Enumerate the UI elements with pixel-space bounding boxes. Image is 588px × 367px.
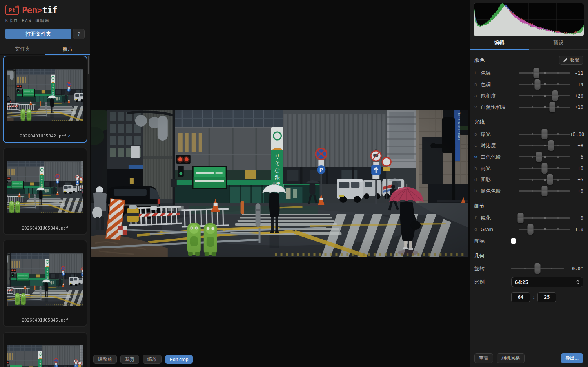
thumbnail-image [7, 345, 83, 367]
slider-track[interactable] [519, 79, 570, 90]
slider-track[interactable] [519, 101, 570, 113]
sidebar-tabs: 文件夹 照片 [0, 44, 90, 55]
logo-atomic-number: 78 [15, 5, 18, 8]
section-geometry-header: 几何 [474, 251, 583, 262]
slider-value: +20 [570, 93, 583, 99]
slider-track[interactable] [519, 151, 570, 163]
thumbnail-image [7, 69, 83, 121]
slider-shortcut: w [474, 154, 481, 159]
slider-value: -6 [570, 154, 583, 160]
slider-handle[interactable] [536, 152, 542, 162]
ratio-width-input[interactable] [511, 292, 530, 302]
app-title-red: Pen> [22, 5, 42, 15]
slider-shadows: d 阴影 +5 [474, 174, 583, 185]
slider-handle[interactable] [547, 174, 553, 185]
aspect-ratio-row: 比例 64:25 [474, 277, 583, 287]
tab-photos[interactable]: 照片 [45, 44, 90, 54]
slider-exposure: p 曝光 +0.00 [474, 128, 583, 140]
slider-label: 曝光 [481, 131, 519, 138]
eyedropper-button[interactable]: 吸管 [559, 56, 583, 65]
slider-track[interactable] [519, 174, 570, 185]
slider-grain: g Grain 1.0 [474, 224, 583, 235]
slider-track[interactable] [519, 185, 570, 197]
slider-track[interactable] [519, 224, 570, 235]
slider-handle[interactable] [549, 102, 555, 112]
slider-track[interactable] [519, 163, 570, 174]
eyedropper-icon [563, 58, 568, 63]
slider-track[interactable] [519, 67, 570, 79]
slider-value: -11 [570, 71, 583, 76]
tab-folders[interactable]: 文件夹 [0, 44, 45, 54]
slider-shortcut: h [474, 166, 481, 171]
photo-thumbnail-card[interactable]: 20260401UC5844.pef [3, 148, 87, 235]
slider-handle[interactable] [548, 140, 554, 151]
ratio-label: 比例 [474, 278, 511, 286]
denoise-row: 降噪 [474, 235, 583, 246]
edit-panel: 编辑 预设 颜色 吸管 t 色温 -11 n 色调 -1 [470, 0, 588, 367]
slider-handle[interactable] [542, 163, 548, 174]
export-button[interactable]: 导出... [561, 353, 583, 363]
camera-style-button[interactable]: 相机风格 [497, 353, 525, 363]
slider-value: +10 [570, 105, 583, 110]
ratio-select[interactable]: 64:25 [511, 277, 583, 287]
photo-preview[interactable] [91, 110, 468, 257]
crop-button[interactable]: 裁剪 [120, 355, 139, 364]
slider-handle[interactable] [535, 263, 541, 274]
slider-track[interactable] [519, 90, 570, 101]
zoom-button[interactable]: 缩放 [143, 355, 162, 364]
tab-presets[interactable]: 预设 [529, 36, 588, 49]
slider-handle[interactable] [527, 224, 533, 235]
thumbnail-image [7, 161, 83, 213]
help-button[interactable]: ? [73, 29, 85, 39]
slider-handle[interactable] [534, 68, 539, 78]
section-title: 颜色 [474, 57, 485, 64]
slider-label: 高光 [481, 165, 519, 172]
slider-vibrance: v 自然饱和度 +10 [474, 101, 583, 113]
thumbnail-filename: 20260401UC5842.pef✓ [4, 134, 87, 139]
slider-handle[interactable] [517, 213, 523, 223]
slider-handle[interactable] [542, 129, 548, 139]
slider-track[interactable] [511, 263, 564, 274]
section-color-header: 颜色 吸管 [474, 54, 583, 67]
panel-tabs: 编辑 预设 [470, 36, 588, 50]
denoise-checkbox[interactable] [511, 238, 516, 244]
slider-handle[interactable] [552, 90, 558, 101]
slider-track[interactable] [519, 140, 570, 151]
sidebar: Pt 78 Pen>tif K卡口 RAW 编辑器 打开文件夹 ? 文件夹 照片… [0, 0, 90, 367]
tab-edit[interactable]: 编辑 [470, 36, 529, 49]
reset-button[interactable]: 重置 [474, 353, 493, 363]
ratio-separator: : [533, 294, 535, 301]
thumbnail-image [7, 253, 83, 306]
before-after-button[interactable]: 调整前 [93, 355, 117, 364]
slider-label: 饱和度 [481, 92, 519, 99]
photo-thumbnail-card[interactable] [3, 332, 87, 367]
sidebar-scrollbar[interactable] [88, 56, 89, 74]
panel-footer: 重置 相机风格 导出... [470, 349, 588, 367]
denoise-label: 降噪 [474, 237, 511, 244]
slider-track[interactable] [519, 212, 570, 224]
section-light-header: 光线 [474, 117, 583, 128]
chevron-updown-icon [576, 280, 579, 284]
slider-rotate: 旋转 0.0° [474, 263, 583, 274]
ratio-inputs-row: : [474, 292, 583, 302]
slider-track[interactable] [519, 128, 570, 140]
open-folder-button[interactable]: 打开文件夹 [5, 29, 71, 39]
slider-value: 1.0 [570, 227, 583, 232]
app-title-white: tif [42, 5, 57, 15]
app-logo-badge: Pt 78 [5, 5, 19, 15]
slider-shortcut: n [474, 82, 481, 87]
slider-temperature: t 色温 -11 [474, 67, 583, 79]
slider-shortcut: a [474, 93, 481, 98]
slider-value: +0.00 [570, 132, 584, 137]
edit-crop-button[interactable]: Edit crop [165, 355, 193, 364]
brand-header: Pt 78 Pen>tif K卡口 RAW 编辑器 [0, 0, 90, 24]
slider-handle[interactable] [542, 186, 548, 196]
slider-value: +0 [570, 166, 583, 171]
slider-label: 自然饱和度 [481, 104, 519, 111]
slider-value: 0.0° [564, 266, 583, 271]
photo-thumbnail-card[interactable]: 20260401UC5842.pef✓ [3, 56, 87, 143]
slider-handle[interactable] [534, 79, 540, 90]
photo-thumbnail-card[interactable]: 20260401UC5845.pef [3, 240, 87, 327]
ratio-height-input[interactable] [537, 292, 556, 302]
slider-contrast: c 对比度 +8 [474, 140, 583, 151]
